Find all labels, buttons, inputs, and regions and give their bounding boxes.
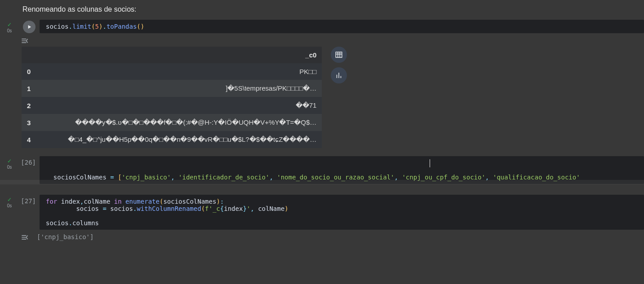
exec-time: 0s	[7, 203, 12, 208]
run-button[interactable]	[23, 21, 36, 33]
output-toggle-icon	[20, 233, 29, 242]
table-icon	[335, 51, 343, 59]
toggle-output-button[interactable]	[19, 35, 31, 47]
cell-value: PK□□	[43, 63, 322, 80]
cell-value: ��71	[43, 97, 322, 114]
text-output: ['cnpj_basico']	[31, 232, 644, 242]
row-index: 3	[22, 114, 43, 131]
table-row: 3����y�$.ʋ�□�□���f�□�(:#�@H-:Y�IÖ�UQH�V+…	[22, 114, 322, 131]
cell-1-output	[0, 35, 644, 47]
bar-chart-icon	[335, 71, 343, 79]
output-view-controls	[331, 47, 347, 83]
run-button-wrap	[19, 20, 40, 33]
row-index: 1	[22, 80, 43, 97]
output-gutter	[0, 35, 19, 38]
output-toggle-icon	[20, 36, 29, 45]
text-cursor	[430, 159, 430, 167]
exec-check-icon: ✓	[7, 158, 12, 164]
table-view-button[interactable]	[331, 47, 347, 63]
dataframe-output: _c0 0PK□□1]�5S\tempresas/PK□□□□�…2��713�…	[22, 47, 644, 148]
table-row: 0PK□□	[22, 63, 322, 80]
row-index: 2	[22, 97, 43, 114]
output-gutter	[0, 232, 19, 234]
cell-gutter: ✓ 0s	[0, 156, 19, 170]
dataframe-table: _c0 0PK□□1]�5S\tempresas/PK□□□□�…2��713�…	[22, 47, 322, 148]
code-cell-2: ✓ 0s [26] sociosColNames = ['cnpj_basico…	[0, 156, 644, 184]
chart-view-button[interactable]	[331, 67, 347, 83]
cell-gutter: ✓ 0s	[0, 20, 19, 33]
row-index: 4	[22, 131, 43, 148]
play-icon	[26, 24, 32, 30]
code-input[interactable]: for index,colName in enumerate(sociosCol…	[40, 195, 644, 230]
exec-time: 0s	[7, 165, 12, 170]
table-row: 4�□4_�□^ju��H5p��0q�□��n�9��vR�□□u�$L?�$…	[22, 131, 322, 148]
code-cell-1: ✓ 0s socios.limit(5).toPandas()	[0, 20, 644, 33]
exec-count: [27]	[19, 195, 40, 205]
exec-count: [26]	[19, 156, 40, 166]
row-index: 0	[22, 63, 43, 80]
markdown-heading: Renomeando as colunas de socios:	[0, 0, 644, 20]
toggle-output-button[interactable]	[19, 232, 31, 243]
code-cell-3: ✓ 0s [27] for index,colName in enumerate…	[0, 195, 644, 230]
column-header: _c0	[43, 47, 322, 63]
exec-time: 0s	[7, 28, 12, 33]
svg-rect-0	[336, 52, 342, 57]
code-input[interactable]: socios.limit(5).toPandas()	[40, 20, 644, 33]
cell-gutter: ✓ 0s	[0, 195, 19, 208]
table-row: 2��71	[22, 97, 322, 114]
index-header	[22, 47, 43, 63]
cell-value: �□4_�□^ju��H5p��0q�□��n�9��vR�□□u�$L?�$�…	[43, 131, 322, 148]
cell-value: ]�5S\tempresas/PK□□□□�…	[43, 80, 322, 97]
cell-value: ����y�$.ʋ�□�□���f�□�(:#�@H-:Y�IÖ�UQH�V+%…	[43, 114, 322, 131]
exec-check-icon: ✓	[7, 22, 12, 28]
code-input[interactable]: sociosColNames = ['cnpj_basico', 'identi…	[40, 156, 644, 184]
table-row: 1]�5S\tempresas/PK□□□□�…	[22, 80, 322, 97]
cell-3-output: ['cnpj_basico']	[0, 232, 644, 243]
exec-check-icon: ✓	[7, 197, 12, 203]
